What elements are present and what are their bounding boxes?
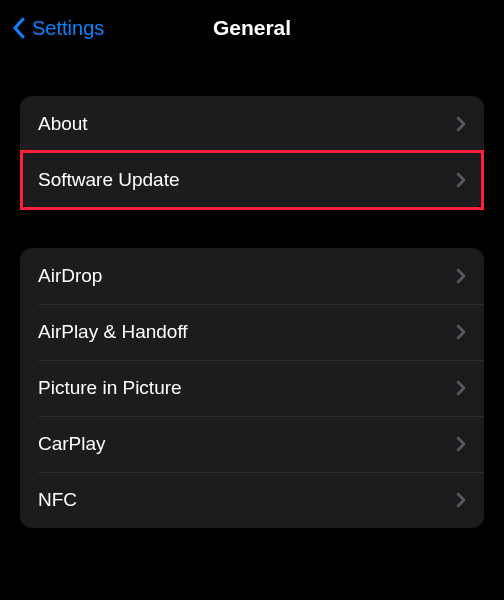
chevron-right-icon bbox=[456, 324, 466, 340]
row-label: Software Update bbox=[38, 169, 180, 191]
row-carplay[interactable]: CarPlay bbox=[20, 416, 484, 472]
row-airdrop[interactable]: AirDrop bbox=[20, 248, 484, 304]
row-airplay-handoff[interactable]: AirPlay & Handoff bbox=[20, 304, 484, 360]
chevron-right-icon bbox=[456, 380, 466, 396]
chevron-left-icon bbox=[12, 17, 26, 39]
row-label: CarPlay bbox=[38, 433, 106, 455]
chevron-right-icon bbox=[456, 268, 466, 284]
nav-header: Settings General bbox=[0, 0, 504, 56]
row-nfc[interactable]: NFC bbox=[20, 472, 484, 528]
row-label: AirDrop bbox=[38, 265, 102, 287]
row-picture-in-picture[interactable]: Picture in Picture bbox=[20, 360, 484, 416]
row-software-update[interactable]: Software Update bbox=[20, 152, 484, 208]
content: About Software Update AirDrop AirPlay & … bbox=[0, 96, 504, 528]
back-button[interactable]: Settings bbox=[12, 17, 104, 40]
row-label: NFC bbox=[38, 489, 77, 511]
back-label: Settings bbox=[32, 17, 104, 40]
chevron-right-icon bbox=[456, 436, 466, 452]
row-label: About bbox=[38, 113, 88, 135]
chevron-right-icon bbox=[456, 172, 466, 188]
chevron-right-icon bbox=[456, 492, 466, 508]
settings-group-2: AirDrop AirPlay & Handoff Picture in Pic… bbox=[20, 248, 484, 528]
row-label: Picture in Picture bbox=[38, 377, 182, 399]
chevron-right-icon bbox=[456, 116, 466, 132]
settings-group-1: About Software Update bbox=[20, 96, 484, 208]
row-about[interactable]: About bbox=[20, 96, 484, 152]
row-label: AirPlay & Handoff bbox=[38, 321, 188, 343]
